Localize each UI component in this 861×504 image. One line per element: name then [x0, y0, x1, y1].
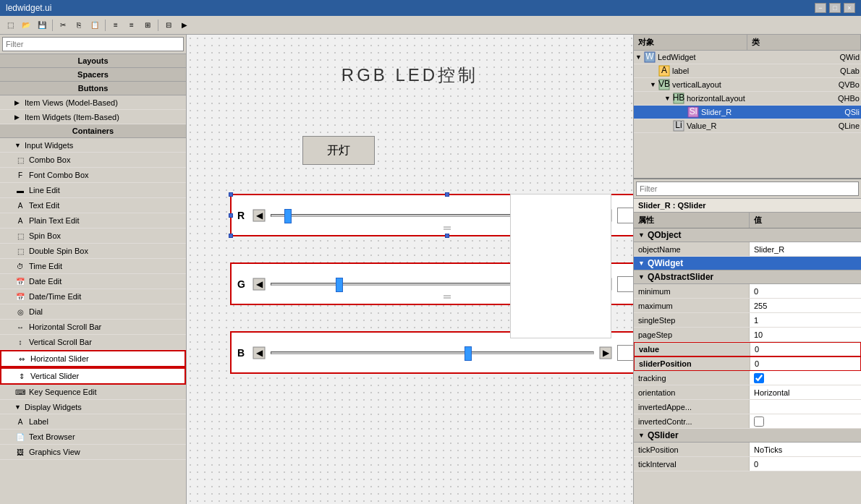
sidebar-item-dial[interactable]: ◎ Dial [0, 304, 186, 320]
maximum-value[interactable]: 255 [750, 299, 861, 312]
handle-ml[interactable] [229, 213, 233, 218]
sidebar-item-date-edit[interactable]: 📅 Date Edit [0, 274, 186, 289]
prop-row-objectname: objectName Slider_R [634, 242, 861, 257]
expand-vlayout-icon[interactable]: ▼ [650, 81, 658, 88]
canvas-button[interactable]: 开灯 [302, 136, 375, 165]
b-scroll-left-icon[interactable]: ◀ [252, 346, 266, 360]
sidebar-item-plain-text-edit[interactable]: A Plain Text Edit [0, 213, 186, 228]
category-input-widgets[interactable]: ▼ Input Widgets [0, 138, 186, 153]
expand-hlayout-icon[interactable]: ▼ [664, 95, 673, 102]
sidebar-item-graphics-view[interactable]: 🖼 Graphics View [0, 445, 186, 460]
category-item-views[interactable]: ▶ Item Views (Model-Based) [0, 95, 186, 110]
maximize-button[interactable]: □ [829, 3, 841, 13]
handle-bc[interactable] [445, 234, 449, 238]
prop-section-qabstractslider[interactable]: ▼ QAbstractSlider [634, 270, 861, 284]
inverted-contr-checkbox[interactable] [754, 417, 764, 427]
category-display-widgets[interactable]: ▼ Display Widgets [0, 400, 186, 414]
toolbar-sep3 [158, 20, 158, 31]
expand-ledwidget-icon[interactable]: ▼ [635, 54, 644, 61]
objectname-value[interactable]: Slider_R [750, 242, 861, 256]
toolbar-align-right[interactable]: ⊞ [140, 18, 155, 33]
inverted-appear-value[interactable] [750, 400, 861, 414]
sidebar-item-hslider[interactable]: ⇔ Horizontal Slider [0, 350, 186, 367]
b-scroll-right-icon[interactable]: ▶ [598, 346, 613, 360]
toolbar-grid[interactable]: ⊟ [161, 18, 176, 33]
minimum-value[interactable]: 0 [750, 284, 861, 298]
toolbar-new[interactable]: ⬚ [3, 18, 17, 33]
double-spin-box-icon: ⬚ [14, 245, 26, 257]
prop-section-qwidget[interactable]: ▼ QWidget [634, 257, 861, 270]
close-button[interactable]: × [844, 3, 855, 13]
toolbar-open[interactable]: 📂 [19, 18, 33, 33]
b-value-input[interactable] [617, 345, 633, 361]
tree-item-vlayout[interactable]: ▼ VB verticalLayout QVBo [634, 78, 861, 92]
sidebar-item-text-edit[interactable]: A Text Edit [0, 198, 186, 213]
category-containers[interactable]: Containers [0, 124, 186, 138]
sidebar-item-datetime-edit[interactable]: 📅 Date/Time Edit [0, 289, 186, 304]
sidebar-item-key-seq[interactable]: ⌨ Key Sequence Edit [0, 385, 186, 400]
category-item-widgets[interactable]: ▶ Item Widgets (Item-Based) [0, 110, 186, 124]
category-spacers[interactable]: Spacers [0, 68, 186, 82]
filter-box [0, 35, 186, 54]
tree-item-ledwidget[interactable]: ▼ W LedWidget QWid [634, 51, 861, 64]
sidebar-item-spin-box[interactable]: ⬚ Spin Box [0, 228, 186, 244]
sidebar-item-text-browser[interactable]: 📄 Text Browser [0, 430, 186, 445]
inverted-contr-value[interactable] [750, 414, 861, 428]
tracking-value[interactable] [750, 371, 861, 385]
r-slider-handle[interactable] [284, 209, 292, 223]
sidebar-item-vslider[interactable]: ⇕ Vertical Slider [0, 367, 186, 385]
b-slider-track[interactable] [271, 351, 594, 354]
toolbar-preview[interactable]: ▶ [177, 18, 192, 33]
g-resize-bottom[interactable] [442, 292, 452, 302]
prop-section-qslider[interactable]: ▼ QSlider [634, 429, 861, 443]
tree-item-label[interactable]: A label QLab [634, 64, 861, 78]
toolbar-copy[interactable]: ⎘ [72, 18, 86, 33]
pagestep-value[interactable]: 10 [750, 328, 861, 341]
g-value-input[interactable] [617, 276, 633, 292]
widget-filter-input[interactable] [2, 37, 184, 51]
design-canvas[interactable]: RGB LED控制 开灯 R ◀ ▶ [187, 35, 633, 504]
category-buttons[interactable]: Buttons [0, 82, 186, 95]
tree-item-value-r[interactable]: Li Value_R QLine [634, 119, 861, 133]
sidebar-item-hscroll[interactable]: ↔ Horizontal Scroll Bar [0, 320, 186, 335]
r-resize-bottom[interactable] [442, 223, 452, 234]
b-slider-handle[interactable] [465, 346, 472, 361]
singlestep-value[interactable]: 1 [750, 313, 861, 327]
value-prop-value[interactable]: 0 [750, 343, 860, 356]
toolbar-align-left[interactable]: ≡ [109, 18, 123, 33]
tracking-checkbox[interactable] [754, 373, 764, 383]
r-scroll-left-icon[interactable]: ◀ [252, 208, 266, 223]
sidebar-item-line-edit[interactable]: ▬ Line Edit [0, 183, 186, 198]
handle-tl[interactable] [229, 192, 233, 197]
handle-tc[interactable] [445, 192, 449, 197]
toolbar-cut[interactable]: ✂ [56, 18, 70, 33]
toolbar-save[interactable]: 💾 [35, 18, 49, 33]
hscroll-icon: ↔ [14, 321, 26, 333]
sidebar-item-vscroll[interactable]: ↕ Vertical Scroll Bar [0, 335, 186, 350]
sliderposition-value[interactable]: 0 [750, 357, 860, 370]
prop-section-qobject[interactable]: ▼ QObject [634, 228, 861, 242]
sidebar-item-combo-box[interactable]: ⬚ Combo Box [0, 153, 186, 168]
tree-item-hlayout[interactable]: ▼ HB horizontalLayout QHBo [634, 92, 861, 106]
sidebar-item-font-combo-box[interactable]: F Font Combo Box [0, 168, 186, 183]
tree-item-slider-r[interactable]: Sl Slider_R QSli [634, 106, 861, 119]
tickposition-value[interactable]: NoTicks [750, 443, 861, 456]
minimize-button[interactable]: − [815, 3, 826, 13]
datetime-edit-label: Date/Time Edit [29, 292, 81, 301]
sidebar-item-label[interactable]: A Label [0, 414, 186, 430]
prop-col2-header: 值 [750, 213, 861, 228]
sidebar-item-double-spin-box[interactable]: ⬚ Double Spin Box [0, 244, 186, 259]
toolbar-align-center[interactable]: ≡ [124, 18, 139, 33]
sidebar-item-time-edit[interactable]: ⏱ Time Edit [0, 259, 186, 274]
text-browser-icon: 📄 [14, 431, 26, 443]
g-scroll-left-icon[interactable]: ◀ [252, 277, 266, 291]
toolbar-paste[interactable]: 📋 [88, 18, 102, 33]
orientation-value[interactable]: Horizontal [750, 385, 861, 399]
handle-bl[interactable] [229, 234, 233, 238]
r-value-input[interactable] [617, 208, 633, 223]
prop-filter-input[interactable] [636, 181, 859, 196]
g-slider-handle[interactable] [336, 278, 343, 292]
main-area: Layouts Spacers Buttons ▶ Item Views (Mo… [0, 35, 861, 504]
category-layouts[interactable]: Layouts [0, 54, 186, 68]
tickinterval-value[interactable]: 0 [750, 457, 861, 471]
